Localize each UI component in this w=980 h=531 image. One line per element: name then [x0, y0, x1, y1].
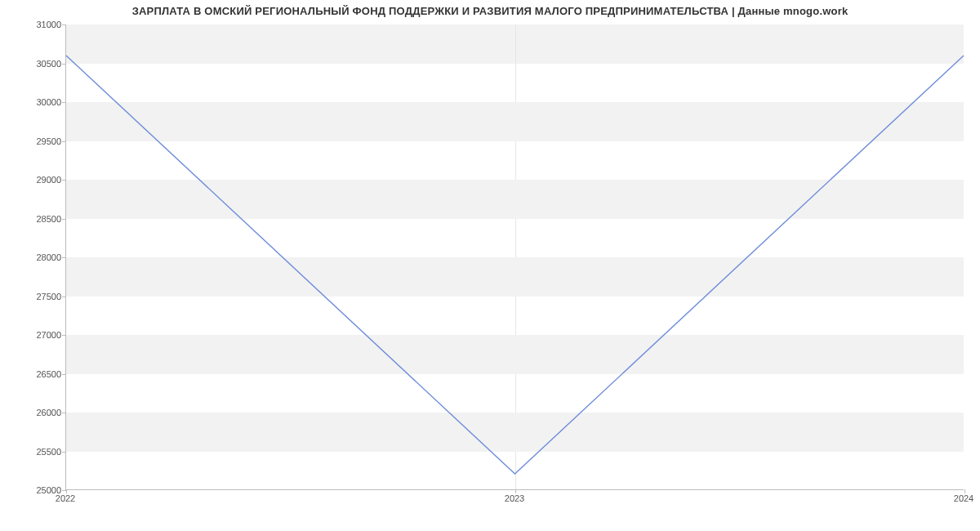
- y-tick-mark: [62, 374, 66, 375]
- y-tick-label: 28500: [12, 214, 61, 224]
- y-tick-label: 26000: [12, 408, 61, 417]
- y-tick-label: 27000: [12, 330, 61, 340]
- y-tick-label: 31000: [12, 20, 61, 29]
- y-tick-label: 29500: [12, 136, 61, 146]
- x-tick-label: 2022: [56, 493, 75, 503]
- y-tick-label: 26500: [12, 369, 61, 379]
- y-tick-mark: [62, 180, 66, 181]
- y-tick-label: 27500: [12, 292, 61, 301]
- y-tick-mark: [62, 25, 66, 25]
- salary-series-line: [66, 56, 964, 474]
- line-layer: [66, 25, 964, 489]
- y-tick-mark: [62, 452, 66, 453]
- y-tick-label: 30000: [12, 97, 61, 107]
- plot-area: [65, 25, 964, 490]
- x-tick-label: 2023: [505, 493, 524, 503]
- y-tick-mark: [62, 335, 66, 336]
- y-tick-mark: [62, 413, 66, 413]
- y-tick-mark: [62, 297, 66, 297]
- chart-title: ЗАРПЛАТА В ОМСКИЙ РЕГИОНАЛЬНЫЙ ФОНД ПОДД…: [0, 5, 980, 17]
- y-tick-mark: [62, 102, 66, 103]
- x-tick-label: 2024: [954, 493, 973, 503]
- y-tick-mark: [62, 141, 66, 142]
- y-tick-mark: [62, 257, 66, 258]
- y-tick-label: 29000: [12, 175, 61, 185]
- y-tick-label: 28000: [12, 252, 61, 262]
- y-tick-label: 25000: [12, 485, 61, 495]
- y-tick-mark: [62, 219, 66, 220]
- chart-container: ЗАРПЛАТА В ОМСКИЙ РЕГИОНАЛЬНЫЙ ФОНД ПОДД…: [0, 0, 980, 531]
- y-tick-mark: [62, 64, 66, 65]
- y-tick-label: 30500: [12, 59, 61, 69]
- y-tick-label: 25500: [12, 447, 61, 457]
